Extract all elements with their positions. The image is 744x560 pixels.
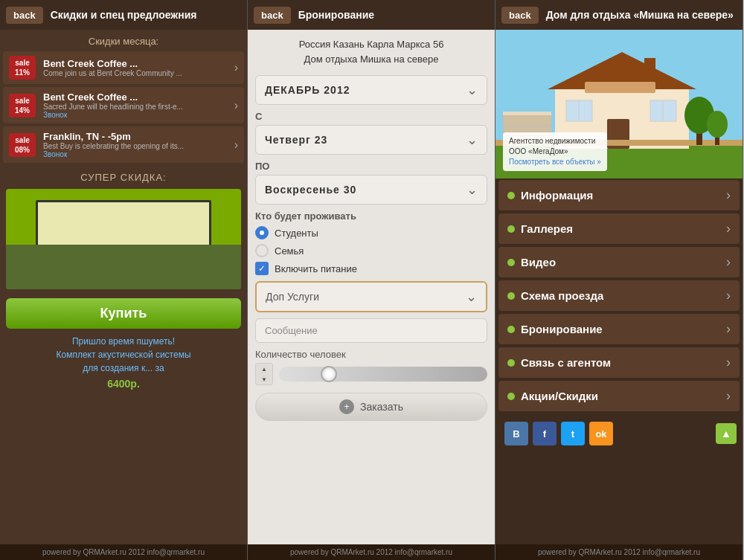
from-day-label: Четверг 23	[265, 134, 327, 146]
dop-dropdown[interactable]: Доп Услуги ⌄	[255, 281, 487, 312]
order-label: Заказать	[360, 401, 403, 413]
radio-circle-students	[255, 226, 269, 239]
from-label: С	[255, 111, 487, 122]
house-image: Агентство недвижимостиООО «МегаДом» Посм…	[496, 30, 743, 178]
panel2-body: Россия Казань Карла Маркса 56 Дом отдыха…	[248, 30, 495, 544]
chevron-right-info-icon: ›	[726, 187, 731, 203]
sale-info-2: Franklin, TN - -5pm Best Buy is celebrat…	[43, 131, 230, 158]
scroll-up-button[interactable]: ▲	[716, 423, 737, 444]
qty-up-button[interactable]: ▲	[256, 364, 272, 374]
chevron-down-icon-from: ⌄	[466, 132, 478, 148]
sale-item-0[interactable]: sale 11% Bent Creek Coffee ... Come join…	[3, 51, 244, 84]
sale-info-0: Bent Creek Coffee ... Come join us at Be…	[43, 58, 230, 77]
section-discounts-label: Скидки месяца:	[0, 30, 247, 50]
odnoklassniki-button[interactable]: ok	[589, 422, 613, 445]
chevron-right-gallery-icon: ›	[726, 221, 731, 236]
promo-shelf	[6, 245, 241, 289]
sale-zvonok-2: Звонок	[43, 150, 230, 158]
panel1-back-button[interactable]: back	[6, 7, 43, 24]
chevron-right-agent-icon: ›	[726, 355, 731, 370]
who-label: Кто будет проживать	[255, 210, 487, 222]
buy-button[interactable]: Купить	[6, 298, 241, 329]
menu-item-discounts[interactable]: Акции/Скидки ›	[498, 381, 740, 411]
chevron-down-icon-dop: ⌄	[466, 289, 477, 305]
menu-item-agent-left: Связь с агентом	[507, 356, 611, 369]
to-day-label: Воскресенье 30	[265, 184, 356, 196]
menu-item-info-left: Информация	[507, 189, 593, 202]
menu-item-booking[interactable]: Бронирование ›	[498, 314, 740, 344]
menu-dot-gallery-icon	[507, 225, 515, 233]
panel3-body: Агентство недвижимостиООО «МегаДом» Посм…	[496, 30, 743, 544]
menu-item-gallery-left: Галлерея	[507, 222, 573, 235]
menu-item-agent[interactable]: Связь с агентом ›	[498, 347, 740, 378]
chevron-right-discounts-icon: ›	[726, 388, 731, 404]
twitter-button[interactable]: t	[561, 422, 585, 445]
menu-gallery-label: Галлерея	[521, 222, 573, 235]
svg-rect-5	[644, 58, 655, 80]
menu-item-route[interactable]: Схема проезда ›	[498, 280, 740, 311]
panel3-title: Дом для отдыха «Мишка на севере»	[546, 9, 734, 21]
panel2-header: back Бронирование	[248, 0, 495, 30]
panel-house: back Дом для отдыха «Мишка на севере»	[496, 0, 743, 560]
radio-students[interactable]: Студенты	[255, 226, 487, 239]
dop-label: Доп Услуги	[266, 291, 319, 303]
sale-title-2: Franklin, TN - -5pm	[43, 131, 230, 142]
panel2-footer: powered by QRMArket.ru 2012 info@qrmarke…	[248, 544, 495, 560]
agency-badge: Агентство недвижимостиООО «МегаДом» Посм…	[503, 132, 607, 171]
sale-desc-2: Best Buy is celebrating the opening of i…	[43, 142, 230, 150]
menu-booking-label: Бронирование	[521, 323, 603, 335]
qty-slider-thumb	[321, 366, 337, 382]
facebook-button[interactable]: f	[533, 422, 557, 445]
menu-item-video[interactable]: Видео ›	[498, 247, 740, 277]
radio-family[interactable]: Семья	[255, 244, 487, 257]
radio-students-label: Студенты	[275, 228, 318, 239]
month-dropdown[interactable]: ДЕКАБРЬ 2012 ⌄	[255, 75, 487, 105]
radio-circle-family	[255, 244, 269, 257]
menu-agent-label: Связь с агентом	[521, 356, 611, 369]
checkbox-food[interactable]: Включить питание	[255, 262, 487, 275]
qty-slider[interactable]	[279, 367, 487, 382]
menu-dot-booking-icon	[507, 326, 515, 333]
menu-video-label: Видео	[521, 256, 556, 268]
agency-name: Агентство недвижимостиООО «МегаДом»	[509, 136, 601, 157]
message-field[interactable]: Сообщение	[255, 318, 487, 343]
menu-item-info[interactable]: Информация ›	[498, 180, 740, 210]
panel-discounts: back Скидки и спец предлоежния Скидки ме…	[0, 0, 248, 560]
agency-link[interactable]: Посмотреть все объекты »	[509, 158, 601, 166]
promo-screen	[36, 200, 211, 248]
menu-item-booking-left: Бронирование	[507, 323, 603, 335]
sale-item-1[interactable]: sale 14% Bent Creek Coffee ... Sacred Ju…	[3, 87, 244, 123]
chevron-right-route-icon: ›	[726, 288, 731, 303]
chevron-down-icon: ⌄	[466, 82, 478, 98]
svg-point-20	[707, 111, 728, 138]
chevron-right-video-icon: ›	[726, 254, 731, 270]
promo-description: Пришло время пшуметь! Комплект акустичес…	[0, 335, 247, 378]
sale-info-1: Bent Creek Coffee ... Sacred June will b…	[43, 91, 230, 119]
sale-title-1: Bent Creek Coffee ...	[43, 91, 230, 103]
menu-item-gallery[interactable]: Галлерея ›	[498, 213, 740, 244]
panel2-back-button[interactable]: back	[254, 7, 291, 24]
booking-address: Россия Казань Карла Маркса 56 Дом отдыха…	[255, 37, 487, 66]
menu-dot-agent-icon	[507, 359, 515, 367]
sale-item-2[interactable]: sale 08% Franklin, TN - -5pm Best Buy is…	[3, 126, 244, 163]
chevron-right-icon-2: ›	[234, 138, 238, 152]
qty-spinner[interactable]: ▲ ▼	[255, 363, 273, 385]
sale-badge-0: sale 11%	[9, 56, 36, 80]
sale-zvonok-1: Звонок	[43, 111, 230, 119]
sale-desc-1: Sacred June will be headlining the first…	[43, 103, 230, 111]
vk-button[interactable]: В	[504, 422, 528, 445]
qty-label: Количество человек	[255, 349, 487, 360]
menu-item-route-left: Схема проезда	[507, 289, 603, 302]
promo-price: 6400р.	[0, 378, 247, 396]
to-day-dropdown[interactable]: Воскресенье 30 ⌄	[255, 175, 487, 205]
chevron-right-booking-icon: ›	[726, 321, 731, 337]
social-buttons: В f t ok	[498, 416, 619, 451]
qty-down-button[interactable]: ▼	[256, 374, 272, 384]
super-sale-label: СУПЕР СКИДКА:	[0, 164, 247, 186]
from-day-dropdown[interactable]: Четверг 23 ⌄	[255, 125, 487, 155]
order-button[interactable]: + Заказать	[255, 393, 487, 421]
menu-dot-discounts-icon	[507, 393, 515, 400]
panel3-back-button[interactable]: back	[501, 7, 539, 24]
menu-item-video-left: Видео	[507, 256, 556, 268]
sale-title-0: Bent Creek Coffee ...	[43, 58, 230, 69]
